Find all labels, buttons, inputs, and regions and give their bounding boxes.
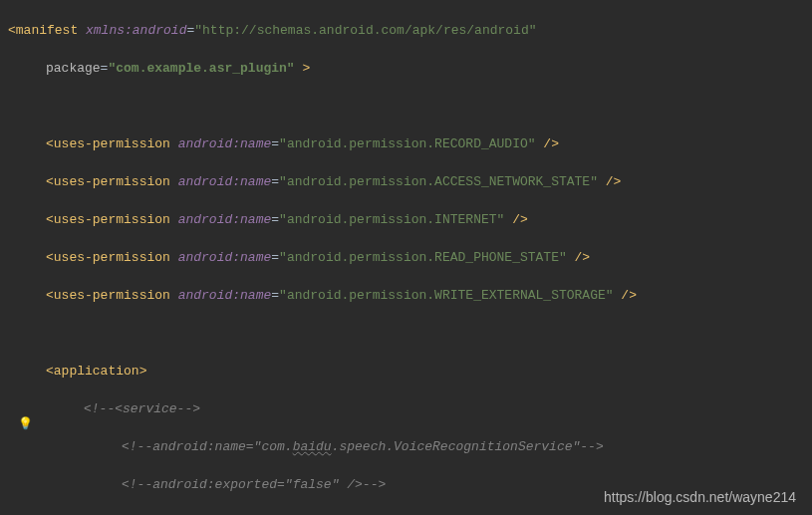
code-editor[interactable]: <manifest xmlns:android="http://schemas.… bbox=[0, 0, 812, 515]
watermark-text: https://blog.csdn.net/wayne214 bbox=[604, 488, 796, 507]
val-perm-4: "android.permission.WRITE_EXTERNAL_STORA… bbox=[279, 288, 613, 303]
val-perm-3: "android.permission.READ_PHONE_STATE" bbox=[279, 250, 567, 265]
val-perm-0: "android.permission.RECORD_AUDIO" bbox=[279, 136, 535, 151]
tag-application-open: <application> bbox=[46, 364, 146, 379]
comment-line-2: <!--android:name="com.baidu.speech.Voice… bbox=[122, 439, 604, 454]
val-xmlns: "http://schemas.android.com/apk/res/andr… bbox=[194, 23, 536, 38]
tag-uses-permission: uses-permission bbox=[54, 136, 170, 151]
val-perm-1: "android.permission.ACCESS_NETWORK_STATE… bbox=[279, 174, 598, 189]
comment-line-1: <!--<service--> bbox=[84, 401, 200, 416]
val-package: "com.example.asr_plugin" bbox=[108, 61, 294, 76]
attr-package: package bbox=[46, 61, 101, 76]
attr-xmlns: xmlns:android bbox=[86, 23, 186, 38]
comment-line-3: <!--android:exported="false" />--> bbox=[122, 477, 386, 492]
val-perm-2: "android.permission.INTERNET" bbox=[279, 212, 504, 227]
tag-manifest-open: <manifest bbox=[8, 23, 86, 38]
